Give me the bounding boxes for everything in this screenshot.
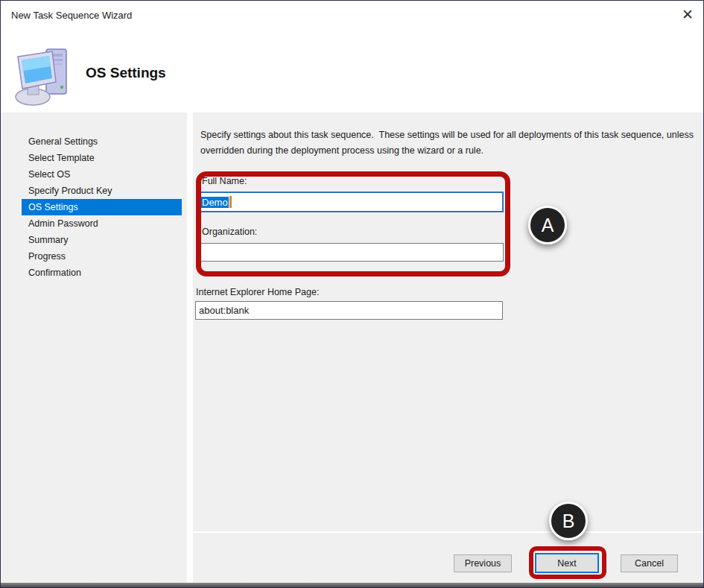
ie-home-page-input[interactable] [195, 301, 503, 320]
organization-label: Organization: [202, 227, 257, 237]
page-description: Specify settings about this task sequenc… [200, 127, 698, 159]
close-button[interactable]: ✕ [676, 4, 699, 26]
next-button[interactable]: Next [535, 553, 599, 573]
wizard-steps-list: General Settings Select Template Select … [22, 133, 182, 281]
footer-divider [188, 531, 703, 533]
ie-home-page-label: Internet Explorer Home Page: [196, 287, 319, 297]
previous-button[interactable]: Previous [454, 554, 512, 572]
full-name-value: Demo [201, 197, 229, 208]
sidebar-item-select-os[interactable]: Select OS [22, 166, 182, 183]
sidebar-item-os-settings[interactable]: OS Settings [22, 199, 182, 215]
sidebar-item-summary[interactable]: Summary [22, 232, 182, 248]
sidebar-item-progress[interactable]: Progress [22, 248, 182, 265]
content-pane: Specify settings about this task sequenc… [193, 113, 703, 583]
cancel-button[interactable]: Cancel [621, 554, 678, 572]
pane-divider [187, 113, 193, 583]
wizard-header: OS Settings [1, 31, 703, 113]
sidebar-item-general-settings[interactable]: General Settings [22, 133, 182, 150]
window-title: New Task Sequence Wizard [11, 10, 132, 21]
wizard-window: New Task Sequence Wizard ✕ OS Settings G… [0, 0, 704, 588]
full-name-label: Full Name: [202, 176, 247, 186]
text-caret [229, 196, 232, 208]
sidebar-item-admin-password[interactable]: Admin Password [22, 215, 182, 232]
sidebar-item-specify-product-key[interactable]: Specify Product Key [22, 183, 182, 199]
sidebar-item-confirmation[interactable]: Confirmation [22, 265, 182, 281]
title-bar: New Task Sequence Wizard ✕ [1, 1, 703, 31]
full-name-input[interactable]: Demo [197, 192, 504, 212]
close-icon: ✕ [682, 7, 694, 22]
page-title: OS Settings [86, 65, 166, 81]
sidebar-item-select-template[interactable]: Select Template [22, 150, 182, 166]
computer-icon [13, 45, 74, 108]
organization-input[interactable] [197, 243, 504, 262]
window-bottom-edge [1, 583, 703, 587]
wizard-steps-pane: General Settings Select Template Select … [1, 113, 187, 583]
